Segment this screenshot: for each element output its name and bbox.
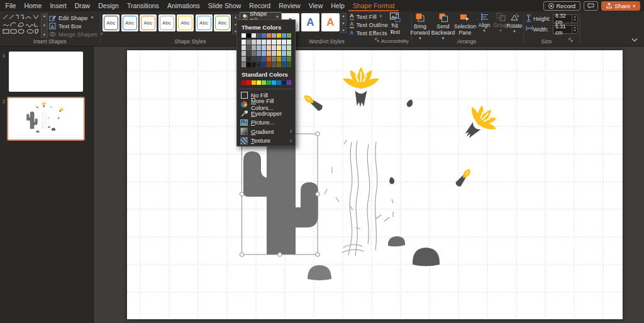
- theme-tint-swatch[interactable]: [247, 62, 251, 67]
- share-button[interactable]: Share ▾: [601, 1, 640, 11]
- theme-tint-swatch[interactable]: [252, 40, 256, 45]
- theme-color-swatch[interactable]: [262, 33, 266, 38]
- theme-color-swatch[interactable]: [252, 33, 256, 38]
- shape-style-preview[interactable]: Abc: [121, 14, 138, 31]
- menu-tab-view[interactable]: View: [304, 0, 327, 11]
- theme-tint-swatch[interactable]: [257, 40, 261, 45]
- theme-tint-swatch[interactable]: [287, 57, 291, 62]
- theme-tint-swatch[interactable]: [287, 51, 291, 56]
- menu-tab-design[interactable]: Design: [94, 0, 123, 11]
- bring-forward-button[interactable]: Bring Forward▼: [409, 13, 431, 40]
- theme-tint-swatch[interactable]: [267, 45, 271, 50]
- theme-tint-swatch[interactable]: [252, 62, 256, 67]
- menu-tab-animations[interactable]: Animations: [163, 0, 204, 11]
- selection-handle[interactable]: [278, 253, 282, 256]
- menu-tab-record[interactable]: Record: [245, 0, 275, 11]
- comments-button[interactable]: [584, 1, 598, 11]
- theme-tint-swatch[interactable]: [242, 40, 246, 45]
- menu-tab-help[interactable]: Help: [327, 0, 349, 11]
- menu-tab-file[interactable]: File: [1, 0, 20, 11]
- theme-tint-swatch[interactable]: [287, 40, 291, 45]
- theme-tint-swatch[interactable]: [247, 51, 251, 56]
- theme-tint-swatch[interactable]: [272, 45, 276, 50]
- wordart-style-preview[interactable]: A: [321, 13, 340, 31]
- selection-handle[interactable]: [316, 192, 319, 196]
- theme-tint-swatch[interactable]: [247, 45, 251, 50]
- theme-tint-swatch[interactable]: [277, 40, 281, 45]
- theme-color-swatch[interactable]: [272, 33, 276, 38]
- theme-tint-swatch[interactable]: [262, 40, 266, 45]
- edit-shape-button[interactable]: Edit Shape▼: [49, 14, 94, 21]
- menu-tab-shape-format[interactable]: Shape Format: [348, 0, 399, 11]
- theme-tint-swatch[interactable]: [277, 51, 281, 56]
- theme-tint-swatch[interactable]: [252, 45, 256, 50]
- theme-tint-swatch[interactable]: [252, 57, 256, 62]
- fill-menu-item-more-colors[interactable]: More Fill Colors...: [237, 100, 295, 109]
- shape-gallery[interactable]: [2, 13, 40, 35]
- shape-style-preview[interactable]: Abc: [196, 14, 213, 31]
- send-backward-button[interactable]: Send Backward▼: [432, 13, 454, 40]
- text-box-button[interactable]: A Text Box: [49, 22, 81, 30]
- theme-tint-swatch[interactable]: [247, 57, 251, 62]
- wordart-style-preview[interactable]: A: [301, 13, 319, 31]
- theme-tint-swatch[interactable]: [267, 40, 271, 45]
- slide-thumbnail-1[interactable]: [9, 52, 83, 92]
- shape-style-preview[interactable]: Abc: [214, 14, 231, 31]
- align-button[interactable]: Align▼: [476, 13, 492, 33]
- theme-tint-swatch[interactable]: [282, 45, 286, 50]
- standard-color-swatch[interactable]: [257, 80, 261, 85]
- menu-tab-review[interactable]: Review: [275, 0, 304, 11]
- standard-color-swatch[interactable]: [282, 80, 286, 85]
- theme-tint-swatch[interactable]: [262, 62, 266, 67]
- theme-color-swatch[interactable]: [242, 33, 246, 38]
- theme-color-swatch[interactable]: [277, 33, 281, 38]
- shape-style-preview[interactable]: Abc: [158, 14, 175, 31]
- fill-menu-item-picture[interactable]: Picture...: [237, 118, 295, 128]
- theme-tint-swatch[interactable]: [267, 51, 271, 56]
- selection-handle[interactable]: [240, 253, 243, 256]
- theme-tint-swatch[interactable]: [277, 45, 281, 50]
- theme-tint-swatch[interactable]: [272, 57, 276, 62]
- shape-gallery-scrollbar[interactable]: ▲▼▼: [41, 13, 48, 38]
- theme-color-swatch[interactable]: [267, 33, 271, 38]
- size-dialog-launcher-icon[interactable]: [569, 38, 573, 42]
- theme-tint-swatch[interactable]: [272, 51, 276, 56]
- fill-menu-item-texture[interactable]: Texture›: [237, 136, 295, 146]
- theme-tint-swatch[interactable]: [257, 45, 261, 50]
- height-stepper[interactable]: ▲▼: [572, 15, 577, 23]
- selection-handle[interactable]: [240, 192, 243, 196]
- theme-tint-swatch[interactable]: [282, 51, 286, 56]
- standard-color-swatch[interactable]: [262, 80, 266, 85]
- standard-color-swatch[interactable]: [287, 80, 291, 85]
- shape-style-preview[interactable]: Abc: [177, 14, 194, 31]
- shape-style-preview[interactable]: Abc: [103, 14, 119, 31]
- theme-tint-swatch[interactable]: [287, 45, 291, 50]
- standard-color-swatch[interactable]: [247, 80, 251, 85]
- theme-color-swatch[interactable]: [282, 33, 286, 38]
- theme-tint-swatch[interactable]: [272, 40, 276, 45]
- theme-tint-swatch[interactable]: [242, 57, 246, 62]
- merge-shapes-button[interactable]: Merge Shapes▼: [49, 30, 104, 38]
- collapse-ribbon-icon[interactable]: [631, 38, 638, 42]
- theme-tint-swatch[interactable]: [282, 57, 286, 62]
- theme-tint-swatch[interactable]: [242, 62, 246, 67]
- fill-menu-item-gradient[interactable]: Gradient›: [237, 127, 295, 136]
- shape-style-preview[interactable]: Abc: [140, 14, 157, 31]
- wordart-scrollbar[interactable]: ▲▼▼: [340, 13, 347, 33]
- menu-tab-transitions[interactable]: Transitions: [123, 0, 163, 11]
- standard-color-swatch[interactable]: [267, 80, 271, 85]
- slide-canvas[interactable]: [127, 50, 623, 319]
- text-fill-button[interactable]: A Text Fill▼: [350, 13, 383, 20]
- standard-color-swatch[interactable]: [272, 80, 276, 85]
- selection-pane-button[interactable]: Selection Pane: [455, 13, 475, 36]
- theme-tint-swatch[interactable]: [282, 40, 286, 45]
- theme-color-swatch[interactable]: [257, 33, 261, 38]
- theme-tint-swatch[interactable]: [252, 51, 256, 56]
- menu-tab-slide-show[interactable]: Slide Show: [204, 0, 245, 11]
- slide-thumbnail-2-selected[interactable]: [7, 97, 85, 141]
- standard-color-swatch[interactable]: [252, 80, 256, 85]
- theme-color-swatch[interactable]: [247, 33, 251, 38]
- menu-tab-draw[interactable]: Draw: [70, 0, 94, 11]
- theme-tint-swatch[interactable]: [277, 62, 281, 67]
- theme-tint-swatch[interactable]: [257, 51, 261, 56]
